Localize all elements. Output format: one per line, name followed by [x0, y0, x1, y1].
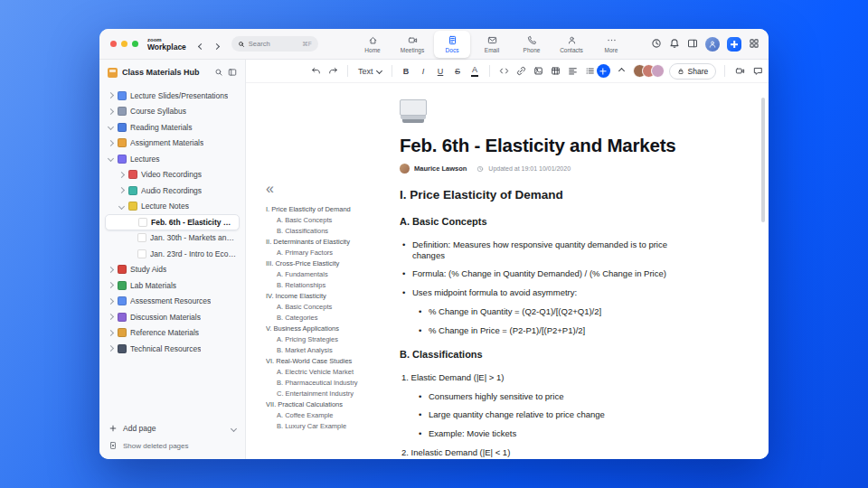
- traffic-light[interactable]: [132, 41, 138, 47]
- expand-toggle[interactable]: [107, 125, 114, 129]
- expand-toggle[interactable]: [107, 267, 114, 272]
- doc-block[interactable]: Consumers highly sensitive to price: [400, 391, 702, 402]
- outline-item[interactable]: B. Relationships: [266, 280, 394, 291]
- tree-item[interactable]: Lecture Notes: [105, 199, 240, 215]
- traffic-light[interactable]: [121, 41, 127, 47]
- tree-item[interactable]: Study Aids: [105, 262, 240, 278]
- outline-item[interactable]: C. Entertainment Industry: [266, 389, 394, 399]
- expand-toggle[interactable]: [107, 346, 114, 351]
- tree-item[interactable]: Assessment Resources: [105, 294, 240, 310]
- expand-toggle[interactable]: [107, 156, 114, 161]
- image-button[interactable]: [532, 64, 545, 79]
- chevron-down-icon[interactable]: [231, 425, 237, 431]
- doc-scrollbar[interactable]: [761, 98, 765, 222]
- back-button[interactable]: [199, 36, 203, 52]
- underline-button[interactable]: U: [434, 64, 448, 79]
- table-button[interactable]: [549, 64, 562, 79]
- expand-toggle[interactable]: [107, 283, 114, 287]
- text-color-button[interactable]: A: [468, 64, 482, 79]
- outline-item[interactable]: A. Basic Concepts: [266, 215, 394, 226]
- collapse-toolbar-button[interactable]: [615, 64, 628, 79]
- outline-item[interactable]: VII. Practical Calculations: [266, 399, 394, 410]
- undo-button[interactable]: [309, 64, 323, 79]
- outline-item[interactable]: A. Pricing Strategies: [266, 334, 394, 345]
- insert-block-button[interactable]: [597, 64, 610, 78]
- forward-button[interactable]: [214, 36, 219, 52]
- outline-item[interactable]: B. Classifications: [266, 226, 394, 237]
- tree-item[interactable]: Lecture Slides/Presentations: [105, 88, 240, 104]
- tree-item[interactable]: Reading Materials: [105, 119, 240, 136]
- doc-block[interactable]: Definition: Measures how responsive quan…: [400, 239, 702, 261]
- tree-item[interactable]: Assignment Materials: [105, 136, 240, 152]
- italic-button[interactable]: I: [417, 64, 430, 79]
- sidebar-search-button[interactable]: [214, 64, 223, 80]
- doc-block[interactable]: % Change in Price = (P2-P1)/[(P2+P1)/2]: [400, 325, 702, 336]
- doc-block[interactable]: Uses midpoint formula to avoid asymmetry…: [400, 287, 702, 298]
- expand-toggle[interactable]: [107, 141, 114, 145]
- add-page-button[interactable]: Add page: [108, 424, 236, 433]
- expand-toggle[interactable]: [127, 251, 134, 256]
- strikethrough-button[interactable]: S: [451, 64, 465, 79]
- notifications-button[interactable]: [669, 36, 680, 52]
- outline-item[interactable]: I. Price Elasticity of Demand: [266, 204, 394, 215]
- panel-toggle-button[interactable]: [687, 36, 698, 52]
- tree-item[interactable]: Lab Materials: [105, 277, 240, 294]
- outline-item[interactable]: IV. Income Elasticity: [266, 291, 394, 302]
- new-button[interactable]: [727, 37, 741, 52]
- expand-toggle[interactable]: [107, 299, 114, 304]
- start-meeting-button[interactable]: [733, 64, 747, 79]
- tree-item[interactable]: Audio Recordings: [105, 183, 240, 199]
- outline-item[interactable]: A. Coffee Example: [266, 410, 394, 421]
- search-input[interactable]: Search ⌘F: [231, 36, 318, 52]
- outline-item[interactable]: B. Market Analysis: [266, 345, 394, 356]
- tree-item[interactable]: Jan. 23rd - Intro to Econo...: [105, 246, 240, 262]
- outline-item[interactable]: III. Cross-Price Elasticity: [266, 258, 394, 269]
- sidebar-collapse-button[interactable]: [228, 64, 237, 80]
- tree-item[interactable]: Discussion Materials: [105, 309, 240, 325]
- expand-toggle[interactable]: [127, 236, 134, 240]
- user-avatar[interactable]: [705, 37, 720, 52]
- traffic-light[interactable]: [110, 41, 117, 47]
- outline-item[interactable]: A. Electric Vehicle Market: [266, 367, 394, 378]
- show-deleted-pages-button[interactable]: Show deleted pages: [108, 441, 236, 450]
- expand-toggle[interactable]: [118, 188, 125, 192]
- redo-button[interactable]: [326, 64, 340, 79]
- apps-button[interactable]: [749, 36, 760, 52]
- outline-item[interactable]: II. Determinants of Elasticity: [266, 237, 394, 248]
- doc-block[interactable]: Large quantity change relative to price …: [400, 409, 702, 420]
- outline-item[interactable]: A. Primary Factors: [266, 248, 394, 258]
- bold-button[interactable]: B: [400, 64, 413, 79]
- doc-block[interactable]: Formula: (% Change in Quantity Demanded)…: [400, 268, 702, 279]
- text-style-dropdown[interactable]: Text: [355, 67, 384, 76]
- tree-item[interactable]: Lectures: [105, 151, 240, 167]
- doc-block[interactable]: A. Basic Concepts: [400, 216, 702, 229]
- doc-block[interactable]: % Change in Quantity = (Q2-Q1)/[(Q2+Q1)/…: [400, 306, 702, 317]
- outline-item[interactable]: A. Fundamentals: [266, 269, 394, 280]
- tree-item[interactable]: Video Recordings: [105, 167, 240, 183]
- tab-home[interactable]: Home: [354, 31, 391, 58]
- outline-item[interactable]: VI. Real-World Case Studies: [266, 356, 394, 367]
- comments-button[interactable]: [751, 64, 765, 79]
- outline-item[interactable]: B. Pharmaceutical Industry: [266, 378, 394, 389]
- code-button[interactable]: [497, 64, 511, 79]
- list-button[interactable]: [583, 64, 597, 79]
- link-button[interactable]: [514, 64, 528, 79]
- tab-phone[interactable]: Phone: [514, 31, 550, 58]
- expand-toggle[interactable]: [107, 331, 114, 335]
- expand-toggle[interactable]: [107, 314, 114, 319]
- tree-item[interactable]: Course Syllabus: [105, 104, 240, 120]
- expand-toggle[interactable]: [118, 173, 125, 177]
- expand-toggle[interactable]: [107, 109, 114, 114]
- history-button[interactable]: [651, 36, 662, 52]
- tab-docs[interactable]: Docs: [434, 31, 470, 58]
- doc-block[interactable]: 2. Inelastic Demand (|E| < 1): [400, 447, 702, 458]
- outline-item[interactable]: V. Business Applications: [266, 324, 394, 334]
- doc-block[interactable]: B. Classifications: [400, 349, 702, 361]
- doc-block[interactable]: 1. Elastic Demand (|E| > 1): [400, 372, 702, 383]
- outline-item[interactable]: B. Luxury Car Example: [266, 421, 394, 432]
- expand-toggle[interactable]: [118, 204, 125, 209]
- outline-item[interactable]: A. Basic Concepts: [266, 302, 394, 313]
- align-button[interactable]: [566, 64, 580, 79]
- tree-item[interactable]: Technical Resources: [105, 341, 240, 357]
- tab-meetings[interactable]: Meetings: [394, 31, 430, 58]
